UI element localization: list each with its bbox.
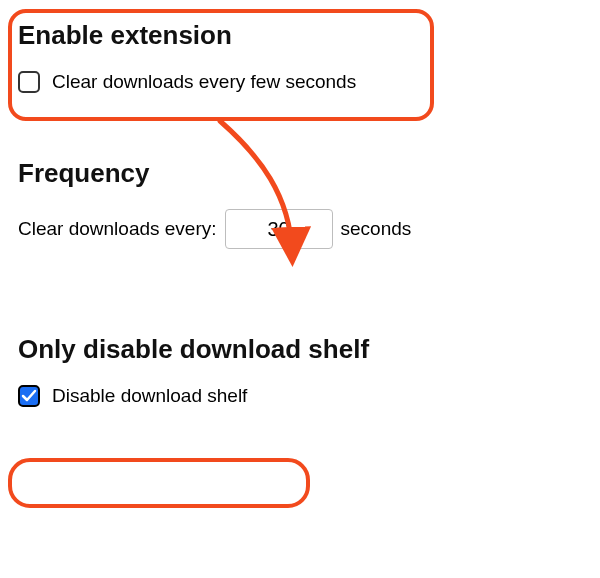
frequency-section: Frequency Clear downloads every: seconds (18, 158, 582, 249)
enable-extension-heading: Enable extension (18, 20, 582, 51)
annotation-highlight-shelf (8, 458, 310, 508)
clear-downloads-checkbox-label: Clear downloads every few seconds (52, 71, 356, 93)
clear-downloads-checkbox[interactable] (18, 71, 40, 93)
disable-shelf-checkbox[interactable] (18, 385, 40, 407)
frequency-label-after: seconds (341, 218, 412, 240)
check-icon (21, 388, 37, 404)
disable-shelf-checkbox-row[interactable]: Disable download shelf (18, 385, 582, 407)
frequency-heading: Frequency (18, 158, 582, 189)
frequency-input[interactable] (225, 209, 333, 249)
clear-downloads-checkbox-row[interactable]: Clear downloads every few seconds (18, 71, 582, 93)
enable-extension-section: Enable extension Clear downloads every f… (18, 20, 582, 103)
disable-shelf-checkbox-label: Disable download shelf (52, 385, 247, 407)
disable-shelf-section: Only disable download shelf Disable down… (18, 334, 582, 407)
disable-shelf-heading: Only disable download shelf (18, 334, 582, 365)
frequency-row: Clear downloads every: seconds (18, 209, 582, 249)
frequency-label-before: Clear downloads every: (18, 218, 217, 240)
